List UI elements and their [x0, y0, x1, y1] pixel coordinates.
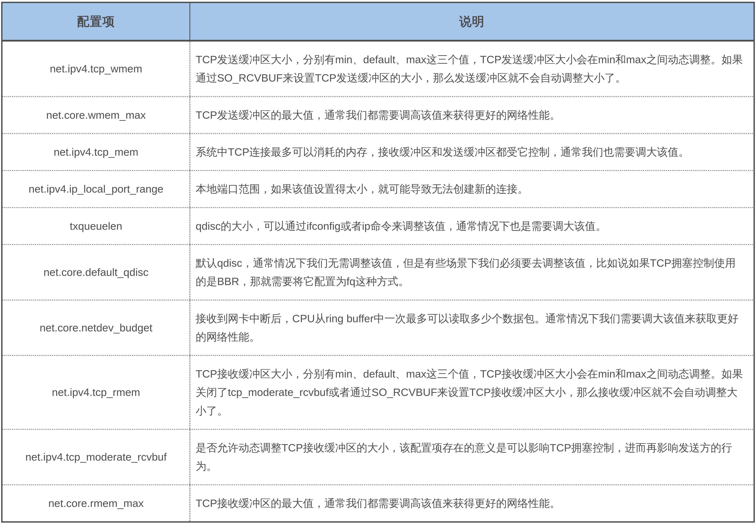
config-item-cell: net.ipv4.tcp_wmem	[2, 41, 190, 97]
header-row: 配置项 说明	[2, 3, 754, 41]
table-row: net.core.wmem_max TCP发送缓冲区的最大值，通常我们都需要调高…	[2, 96, 754, 134]
config-item-cell: net.ipv4.ip_local_port_range	[2, 170, 190, 208]
table-body: net.ipv4.tcp_wmem TCP发送缓冲区大小，分别有min、defa…	[2, 41, 754, 522]
description-cell: TCP接收缓冲区的最大值，通常我们都需要调高该值来获得更好的网络性能。	[190, 485, 754, 522]
table-row: net.core.default_qdisc 默认qdisc，通常情况下我们无需…	[2, 244, 754, 300]
config-item-cell: txqueuelen	[2, 208, 190, 244]
description-cell: 接收到网卡中断后，CPU从ring buffer中一次最多可以读取多少个数据包。…	[190, 300, 754, 356]
table-row: txqueuelen qdisc的大小，可以通过ifconfig或者ip命令来调…	[2, 208, 754, 244]
description-cell: qdisc的大小，可以通过ifconfig或者ip命令来调整该值，通常情况下也是…	[190, 208, 754, 244]
description-cell: TCP发送缓冲区的最大值，通常我们都需要调高该值来获得更好的网络性能。	[190, 96, 754, 134]
sysctl-config-table: 配置项 说明 net.ipv4.tcp_wmem TCP发送缓冲区大小，分别有m…	[1, 2, 755, 522]
table-row: net.ipv4.tcp_mem 系统中TCP连接最多可以消耗的内存，接收缓冲区…	[2, 134, 754, 170]
config-item-cell: net.ipv4.tcp_rmem	[2, 356, 190, 429]
table-row: net.core.netdev_budget 接收到网卡中断后，CPU从ring…	[2, 300, 754, 356]
description-cell: TCP发送缓冲区大小，分别有min、default、max这三个值，TCP发送缓…	[190, 41, 754, 97]
table-row: net.ipv4.ip_local_port_range 本地端口范围，如果该值…	[2, 170, 754, 208]
table-row: net.ipv4.tcp_moderate_rcvbuf 是否允许动态调整TCP…	[2, 429, 754, 485]
table-row: net.core.rmem_max TCP接收缓冲区的最大值，通常我们都需要调高…	[2, 485, 754, 522]
config-item-cell: net.ipv4.tcp_moderate_rcvbuf	[2, 429, 190, 485]
table-row: net.ipv4.tcp_wmem TCP发送缓冲区大小，分别有min、defa…	[2, 41, 754, 97]
description-cell: TCP接收缓冲区大小，分别有min、default、max这三个值，TCP接收缓…	[190, 356, 754, 429]
table-row: net.ipv4.tcp_rmem TCP接收缓冲区大小，分别有min、defa…	[2, 356, 754, 429]
table-header: 配置项 说明	[2, 3, 754, 41]
config-item-cell: net.core.netdev_budget	[2, 300, 190, 356]
column-header-config-item: 配置项	[2, 3, 190, 41]
config-item-cell: net.core.rmem_max	[2, 485, 190, 522]
column-header-description: 说明	[190, 3, 754, 41]
config-item-cell: net.ipv4.tcp_mem	[2, 134, 190, 170]
description-cell: 默认qdisc，通常情况下我们无需调整该值，但是有些场景下我们必须要去调整该值，…	[190, 244, 754, 300]
description-cell: 系统中TCP连接最多可以消耗的内存，接收缓冲区和发送缓冲区都受它控制，通常我们也…	[190, 134, 754, 170]
description-cell: 是否允许动态调整TCP接收缓冲区的大小，该配置项存在的意义是可以影响TCP拥塞控…	[190, 429, 754, 485]
config-item-cell: net.core.default_qdisc	[2, 244, 190, 300]
config-item-cell: net.core.wmem_max	[2, 96, 190, 134]
description-cell: 本地端口范围，如果该值设置得太小，就可能导致无法创建新的连接。	[190, 170, 754, 208]
